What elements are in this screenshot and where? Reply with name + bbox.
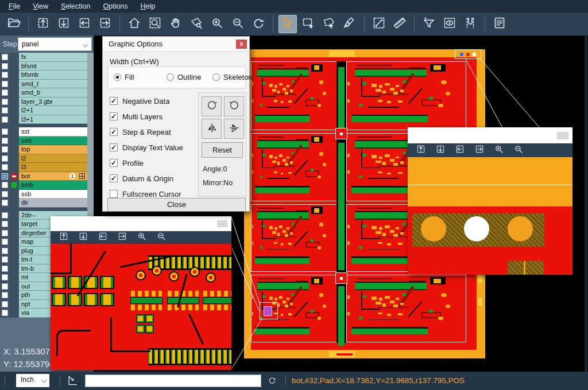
pan-up-button[interactable]	[414, 145, 428, 156]
magnifier-window-right[interactable]	[408, 127, 572, 275]
layer-row-l3+1[interactable]: l3+1	[0, 115, 94, 124]
select-rect-button[interactable]	[299, 15, 318, 33]
layer-row-smt[interactable]: smt	[0, 136, 94, 146]
checkbox-display-text-value[interactable]: ✓Display Text Value	[110, 143, 183, 152]
layer-row-fx[interactable]: fx	[0, 53, 94, 62]
layer-visibility-checkbox[interactable]	[2, 256, 8, 263]
layer-visibility-checkbox[interactable]	[2, 248, 8, 254]
layer-checkbox-cell[interactable]	[0, 300, 19, 309]
zoom-out-button[interactable]	[229, 15, 247, 33]
magnifier-view-traces[interactable]	[51, 244, 231, 370]
flip-v-button[interactable]	[224, 119, 244, 139]
pan-left-button[interactable]	[96, 232, 110, 243]
layer-checkbox-cell[interactable]	[0, 190, 19, 199]
pan-down-button[interactable]	[76, 232, 90, 243]
layer-checkbox-cell[interactable]	[0, 237, 19, 247]
select-cursor-button[interactable]	[278, 15, 297, 33]
layer-checkbox-cell[interactable]	[0, 62, 19, 71]
pcb-board-copy[interactable]	[346, 275, 466, 342]
layer-name-label[interactable]: dir	[19, 198, 87, 208]
pan-down-button[interactable]	[55, 15, 73, 33]
layer-checkbox-cell[interactable]	[0, 309, 19, 318]
pcb-board-copy[interactable]	[251, 133, 338, 201]
layer-checkbox-cell[interactable]	[0, 282, 19, 291]
canvas-scrollbar[interactable]	[585, 36, 587, 372]
layer-name-label[interactable]: fx	[19, 53, 87, 62]
home-button[interactable]	[125, 15, 144, 33]
layer-name-label[interactable]: smt	[19, 136, 87, 146]
layer-name-label[interactable]: bot1	[19, 172, 87, 181]
layer-name-label[interactable]: ssb	[19, 190, 87, 199]
layer-name-label[interactable]: bfsmb	[19, 71, 87, 80]
layer-visibility-checkbox[interactable]	[2, 191, 8, 197]
menu-item-selection[interactable]: Selection	[55, 1, 96, 11]
zoom-in-button[interactable]	[492, 145, 506, 156]
checkbox-negative-data[interactable]: ✓Negative Data	[110, 96, 169, 106]
measure-ruler-button[interactable]	[390, 15, 409, 33]
pan-hand-button[interactable]	[167, 15, 185, 33]
zoom-window-button[interactable]	[146, 15, 164, 33]
menu-item-file[interactable]: File	[2, 1, 26, 11]
layer-checkbox-cell[interactable]	[0, 163, 19, 172]
layer-row-sst[interactable]: sst	[0, 127, 94, 136]
clean-brush-button[interactable]	[341, 15, 359, 33]
layer-visibility-checkbox[interactable]	[2, 146, 8, 153]
rotate-ccw-button[interactable]	[224, 96, 244, 116]
layer-checkbox-cell[interactable]	[0, 80, 19, 89]
layer-name-label[interactable]: l3+1	[19, 115, 87, 124]
report-list-button[interactable]	[490, 15, 509, 33]
zoom-in-button[interactable]	[135, 232, 149, 243]
layer-name-label[interactable]: sst	[19, 127, 87, 136]
layer-checkbox-cell[interactable]	[0, 145, 19, 154]
layer-name-label[interactable]: bfsmt	[19, 62, 87, 71]
window-button[interactable]	[217, 220, 227, 227]
pan-right-button[interactable]	[96, 15, 114, 33]
layer-checkbox-cell[interactable]	[0, 229, 19, 238]
layer-checkbox-cell[interactable]	[0, 71, 19, 80]
layer-checkbox-cell[interactable]	[0, 255, 19, 264]
pan-left-button[interactable]	[75, 15, 94, 33]
pan-right-button[interactable]	[115, 232, 129, 243]
selection-box-top[interactable]	[455, 49, 481, 59]
layer-row-layer_3.gbr[interactable]: layer_3.gbr	[0, 98, 94, 107]
magnifier-window-left[interactable]	[51, 216, 231, 370]
pcb-board-copy[interactable]	[251, 204, 338, 272]
view-options-button[interactable]	[440, 15, 459, 33]
radio-skeleton[interactable]: Skeleton	[212, 73, 253, 81]
layer-row-ssb[interactable]: ssb	[0, 190, 94, 199]
layer-visibility-checkbox[interactable]	[2, 54, 8, 60]
checkbox-profile[interactable]: ✓Profile	[110, 158, 144, 167]
pan-right-button[interactable]	[473, 145, 486, 156]
layer-visibility-checkbox[interactable]	[2, 155, 8, 162]
rotate-cw-button[interactable]	[202, 96, 222, 116]
layer-visibility-checkbox[interactable]	[2, 99, 8, 105]
layer-visibility-checkbox[interactable]	[2, 63, 8, 69]
menu-item-help[interactable]: Help	[134, 1, 162, 11]
flip-h-button[interactable]	[202, 119, 222, 139]
pan-left-button[interactable]	[453, 145, 467, 156]
layer-checkbox-cell[interactable]	[0, 98, 19, 107]
layer-visibility-checkbox[interactable]	[2, 292, 8, 298]
layer-visibility-checkbox[interactable]	[2, 274, 8, 280]
layer-checkbox-cell[interactable]	[0, 172, 19, 181]
snap-magnet-button[interactable]	[461, 15, 479, 33]
layer-checkbox-cell[interactable]	[0, 273, 19, 282]
layer-visibility-checkbox[interactable]	[2, 164, 8, 170]
measure-distance-button[interactable]	[370, 15, 388, 33]
layer-row-l2[interactable]: l2	[0, 154, 94, 163]
layer-checkbox-cell[interactable]	[0, 115, 19, 124]
refresh-icon[interactable]	[268, 376, 277, 388]
layer-name-label[interactable]: l3	[19, 163, 87, 172]
close-icon[interactable]: x	[236, 40, 247, 49]
window-button[interactable]	[557, 132, 568, 139]
layer-visibility-checkbox[interactable]	[2, 221, 8, 227]
layer-visibility-checkbox[interactable]	[2, 283, 8, 290]
zoom-drag-button[interactable]	[187, 15, 206, 33]
corner-angle-icon[interactable]	[67, 375, 78, 389]
pan-up-button[interactable]	[34, 15, 52, 33]
magnifier-titlebar[interactable]	[51, 216, 231, 231]
layer-visibility-checkbox[interactable]	[2, 212, 8, 219]
layer-visibility-checkbox[interactable]	[2, 173, 8, 180]
layer-checkbox-cell[interactable]	[0, 264, 19, 274]
layer-visibility-checkbox[interactable]	[2, 128, 8, 135]
